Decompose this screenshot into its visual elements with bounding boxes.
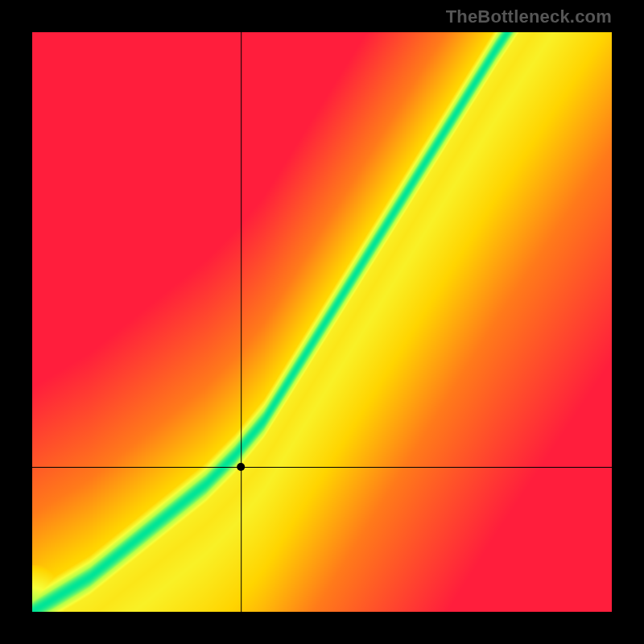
bottleneck-heatmap bbox=[32, 32, 612, 612]
chart-frame bbox=[32, 32, 612, 612]
watermark-text: TheBottleneck.com bbox=[446, 6, 612, 27]
